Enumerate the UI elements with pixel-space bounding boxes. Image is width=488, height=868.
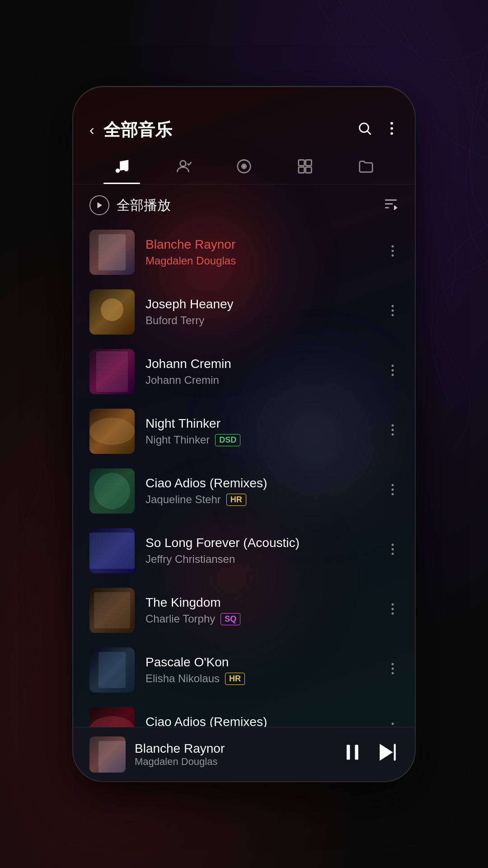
song-thumb: [89, 289, 135, 335]
play-circle-icon: [89, 195, 109, 215]
song-item[interactable]: So Long Forever (Acoustic) Jeffry Christ…: [73, 521, 415, 580]
svg-point-20: [392, 250, 394, 252]
music-tab-icon: [113, 158, 131, 179]
song-thumb: [89, 409, 135, 454]
svg-point-43: [392, 722, 394, 725]
svg-point-35: [392, 548, 394, 550]
svg-line-1: [368, 131, 371, 134]
now-playing-bar[interactable]: Blanche Raynor Magdalen Douglas: [73, 727, 415, 781]
song-more-button[interactable]: [387, 299, 399, 325]
song-thumb: [89, 468, 135, 514]
song-item[interactable]: Ciao Adios (Remixes) Willis Osinski: [73, 700, 415, 727]
svg-point-42: [392, 672, 394, 674]
search-icon[interactable]: [357, 121, 372, 140]
next-button[interactable]: [376, 741, 399, 768]
song-title: Night Thinker: [145, 416, 387, 431]
song-more-button[interactable]: [387, 359, 399, 385]
song-thumb: [89, 230, 135, 275]
svg-point-6: [124, 167, 128, 172]
svg-point-30: [392, 433, 394, 435]
back-button[interactable]: ‹: [89, 122, 94, 138]
song-thumb: [89, 349, 135, 394]
song-more-button[interactable]: [387, 240, 399, 265]
status-bar: [73, 87, 415, 114]
song-thumb: [89, 707, 135, 727]
song-info: Johann Cremin Johann Cremin: [145, 357, 387, 387]
song-more-button[interactable]: [387, 657, 399, 683]
song-item[interactable]: The Kingdom Charlie Torphy SQ: [73, 580, 415, 640]
song-more-button[interactable]: [387, 538, 399, 564]
more-options-icon[interactable]: [385, 121, 399, 140]
tab-artist[interactable]: [152, 151, 213, 184]
play-all-label: 全部播放: [117, 196, 171, 215]
svg-point-38: [392, 608, 394, 610]
song-meta: Johann Cremin: [145, 374, 387, 387]
phone-content: ‹ 全部音乐: [73, 87, 415, 781]
tab-bar: [73, 151, 415, 184]
pause-button[interactable]: [343, 742, 362, 767]
phone-frame: ‹ 全部音乐: [72, 86, 416, 782]
song-item[interactable]: Ciao Adios (Remixes) Jaqueline Stehr HR: [73, 461, 415, 521]
song-title: Pascale O'Kon: [145, 655, 387, 670]
tab-playlist[interactable]: [275, 151, 336, 184]
svg-point-29: [392, 429, 394, 431]
playlist-tab-icon: [296, 158, 314, 179]
svg-point-0: [360, 123, 369, 132]
song-info: Ciao Adios (Remixes) Jaqueline Stehr HR: [145, 476, 387, 506]
song-info: The Kingdom Charlie Torphy SQ: [145, 595, 387, 625]
play-all-button[interactable]: 全部播放: [89, 195, 383, 215]
song-more-button[interactable]: [387, 419, 399, 444]
song-item[interactable]: Johann Cremin Johann Cremin: [73, 342, 415, 401]
song-info: So Long Forever (Acoustic) Jeffry Christ…: [145, 536, 387, 566]
song-thumb: [89, 647, 135, 693]
svg-point-26: [392, 369, 394, 371]
svg-point-34: [392, 543, 394, 546]
now-playing-info: Blanche Raynor Magdalen Douglas: [135, 741, 343, 768]
tab-folder[interactable]: [336, 151, 397, 184]
svg-rect-13: [299, 167, 305, 173]
svg-rect-47: [355, 745, 358, 760]
song-list: Blanche Raynor Magdalen Douglas Joseph H…: [73, 222, 415, 727]
svg-point-36: [392, 552, 394, 555]
song-meta: Buford Terry: [145, 314, 387, 327]
svg-point-19: [392, 245, 394, 247]
song-item[interactable]: Blanche Raynor Magdalen Douglas: [73, 222, 415, 282]
svg-point-32: [392, 488, 394, 491]
song-artist: Magdalen Douglas: [145, 255, 236, 267]
song-item[interactable]: Pascale O'Kon Elisha Nikolaus HR: [73, 640, 415, 700]
svg-point-37: [392, 603, 394, 605]
song-info: Pascale O'Kon Elisha Nikolaus HR: [145, 655, 387, 685]
tab-music[interactable]: [91, 151, 152, 184]
quality-badge: SQ: [221, 613, 240, 625]
song-item[interactable]: Night Thinker Night Thinker DSD: [73, 401, 415, 461]
svg-point-27: [392, 373, 394, 376]
song-meta: Jeffry Christiansen: [145, 553, 387, 566]
song-title: Blanche Raynor: [145, 237, 387, 252]
svg-point-23: [392, 309, 394, 311]
svg-marker-15: [98, 202, 103, 208]
svg-rect-11: [299, 160, 305, 166]
quality-badge: HR: [226, 494, 246, 506]
song-title: So Long Forever (Acoustic): [145, 536, 387, 550]
song-artist: Jaqueline Stehr: [145, 493, 221, 506]
svg-point-4: [390, 132, 393, 135]
song-meta: Magdalen Douglas: [145, 255, 387, 267]
song-artist: Night Thinker: [145, 434, 210, 446]
svg-point-7: [180, 160, 186, 166]
tab-album[interactable]: [213, 151, 274, 184]
now-playing-thumb: [89, 736, 126, 773]
svg-rect-46: [347, 745, 350, 760]
svg-point-41: [392, 667, 394, 670]
song-meta: Charlie Torphy SQ: [145, 613, 387, 625]
sort-icon[interactable]: [383, 196, 399, 215]
svg-point-40: [392, 663, 394, 665]
song-artist: Jeffry Christiansen: [145, 553, 235, 566]
song-more-button[interactable]: [387, 598, 399, 623]
song-title: The Kingdom: [145, 595, 387, 610]
header-actions: [357, 121, 399, 140]
song-item[interactable]: Joseph Heaney Buford Terry: [73, 282, 415, 342]
song-info: Blanche Raynor Magdalen Douglas: [145, 237, 387, 267]
song-more-button[interactable]: [387, 717, 399, 727]
album-tab-icon: [235, 158, 253, 179]
song-more-button[interactable]: [387, 478, 399, 504]
